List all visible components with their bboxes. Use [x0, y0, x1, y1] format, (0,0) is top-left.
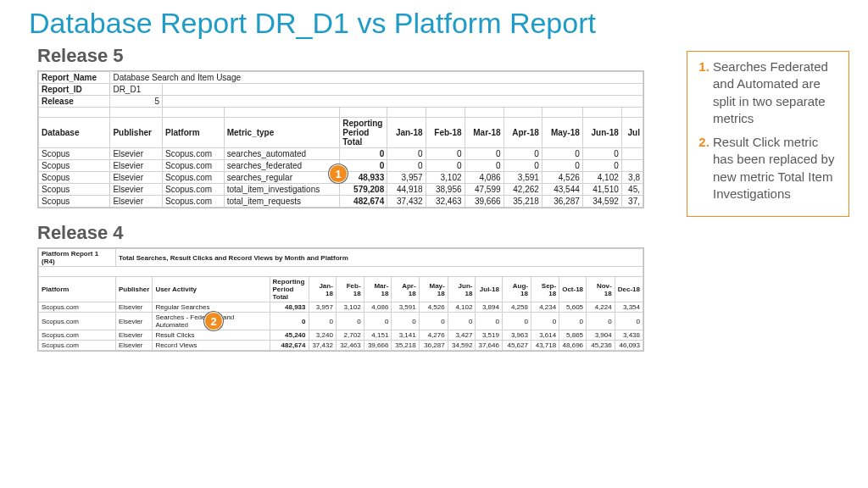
- r5-header-row: DatabasePublisher PlatformMetric_type Re…: [39, 118, 643, 148]
- release5-header: Release 5: [0, 40, 644, 70]
- table-row: ScopusElsevierScopus.comtotal_item_reque…: [39, 196, 643, 208]
- meta-report-name: Report_Name Database Search and Item Usa…: [39, 72, 643, 84]
- table-row: Scopus.comElsevierRegular Searches48,933…: [39, 302, 643, 313]
- note-1: Searches Federated and Automated are spl…: [713, 58, 840, 127]
- table-row: ScopusElsevierScopus.comsearches_automat…: [39, 148, 643, 160]
- note-2: Result Click metric has been replaced by…: [713, 134, 840, 202]
- table-row: Scopus.comElsevierResult Clicks45,2403,2…: [39, 330, 643, 341]
- page-title: Database Report DR_D1 vs Platform Report: [0, 0, 868, 40]
- callout-1-icon: 1: [329, 164, 348, 183]
- notes-sidebar: Searches Federated and Automated are spl…: [687, 51, 849, 217]
- meta-report-id: Report_ID DR_D1: [39, 84, 643, 96]
- release4-table: Platform Report 1 (R4) Total Searches, R…: [37, 247, 644, 352]
- r4-header-row: PlatformPublisher User ActivityReporting…: [39, 277, 643, 302]
- release4-header: Release 4: [0, 208, 644, 247]
- r4-title-row: Platform Report 1 (R4) Total Searches, R…: [39, 249, 643, 267]
- callout-2-icon: 2: [204, 312, 223, 330]
- release5-table: Report_Name Database Search and Item Usa…: [37, 70, 644, 208]
- table-row: Scopus.comElsevierSearches - Federated a…: [39, 313, 643, 330]
- meta-release: Release 5: [39, 96, 643, 108]
- table-row: ScopusElsevierScopus.comtotal_item_inves…: [39, 184, 643, 196]
- table-row: Scopus.comElsevierRecord Views482,67437,…: [39, 341, 643, 351]
